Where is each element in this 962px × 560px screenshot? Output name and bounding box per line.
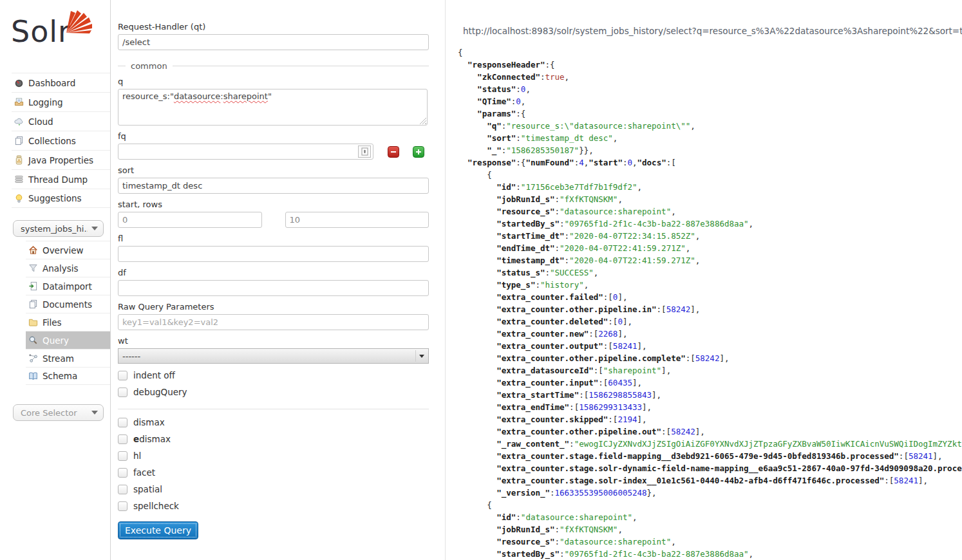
sidebar-item-label: Dashboard: [28, 78, 75, 88]
sidebar-item-collections[interactable]: Collections: [12, 131, 110, 150]
collections-icon: [14, 136, 24, 145]
indent-checkbox-row[interactable]: indent off: [118, 370, 429, 380]
sidebar-item-label: Logging: [28, 97, 63, 107]
core-item-label: Schema: [42, 371, 77, 381]
core-item-dataimport[interactable]: Dataimport: [26, 277, 110, 295]
wt-select[interactable]: ------: [118, 348, 429, 364]
sort-input[interactable]: [118, 178, 429, 194]
core-item-label: Query: [42, 335, 69, 346]
sidebar-item-label: Collections: [28, 136, 76, 146]
debugquery-checkbox-row[interactable]: debugQuery: [118, 387, 429, 397]
java-properties-icon: [14, 155, 24, 165]
rows-input[interactable]: [285, 212, 429, 228]
core-item-schema[interactable]: Schema: [26, 367, 110, 385]
core-selector-dropdown[interactable]: system_jobs_hi...: [13, 220, 104, 237]
cloud-icon: [14, 117, 24, 126]
hl-checkbox[interactable]: [118, 451, 127, 461]
request-handler-label: Request-Handler (qt): [118, 22, 429, 32]
spatial-checkbox[interactable]: [118, 485, 127, 494]
core-item-stream[interactable]: Stream: [26, 349, 110, 367]
facet-checkbox-row[interactable]: facet: [118, 467, 429, 478]
solr-logo-text: Solr: [11, 14, 71, 49]
sidebar-item-cloud[interactable]: Cloud: [12, 111, 110, 131]
spatial-checkbox-row[interactable]: spatial: [118, 484, 429, 494]
dismax-checkbox-row[interactable]: dismax: [118, 417, 429, 427]
wt-label: wt: [118, 336, 429, 346]
json-response: { "responseHeader":{ "zkConnected":true,…: [458, 46, 962, 560]
indent-label: indent off: [133, 370, 175, 380]
core-selector-placeholder: Core Selector: [21, 408, 88, 418]
edismax-label: edismax: [133, 434, 171, 444]
debugquery-label: debugQuery: [133, 387, 187, 397]
core-selector-value: system_jobs_hi...: [21, 224, 88, 234]
fq-input[interactable]: [118, 144, 373, 160]
solr-sunburst-icon: [63, 8, 94, 37]
sidebar-item-logging[interactable]: Logging: [12, 92, 110, 111]
hl-label: hl: [133, 451, 141, 461]
schema-icon: [28, 371, 38, 381]
chevron-down-icon: [419, 355, 424, 358]
raw-query-label: Raw Query Parameters: [118, 302, 429, 312]
thread-dump-icon: [14, 174, 24, 184]
core-item-files[interactable]: Files: [26, 313, 110, 331]
core-item-label: Overview: [42, 245, 84, 256]
documents-icon: [28, 299, 38, 309]
dismax-label: dismax: [133, 417, 165, 427]
sidebar-item-label: Cloud: [28, 117, 53, 127]
debugquery-checkbox[interactable]: [118, 387, 127, 397]
dismax-checkbox[interactable]: [118, 418, 127, 427]
facet-checkbox[interactable]: [118, 468, 127, 478]
options-divider: [118, 409, 429, 409]
fq-field-icon[interactable]: [358, 145, 371, 158]
core-item-label: Analysis: [42, 263, 79, 274]
sidebar: Solr Dashboard Logging Cloud: [0, 0, 111, 560]
overview-icon: [28, 245, 38, 255]
sidebar-item-java-properties[interactable]: Java Properties: [12, 150, 110, 169]
remove-fq-button[interactable]: [388, 146, 399, 158]
core-item-query[interactable]: Query: [26, 331, 110, 349]
q-label: q: [118, 77, 429, 86]
df-input[interactable]: [118, 280, 429, 296]
sidebar-item-dashboard[interactable]: Dashboard: [12, 73, 110, 92]
start-rows-label: start, rows: [118, 200, 429, 209]
spellcheck-checkbox[interactable]: [118, 501, 127, 511]
start-input[interactable]: [118, 212, 262, 228]
fq-label: fq: [118, 131, 429, 141]
request-handler-input[interactable]: [118, 34, 429, 50]
analysis-icon: [28, 263, 38, 273]
df-label: df: [118, 268, 429, 277]
sidebar-item-suggestions[interactable]: Suggestions: [12, 189, 110, 208]
edismax-checkbox[interactable]: [118, 434, 127, 444]
main-menu: Dashboard Logging Cloud Collections Java…: [12, 73, 110, 208]
second-core-selector-dropdown[interactable]: Core Selector: [13, 404, 104, 421]
core-item-label: Documents: [42, 299, 92, 310]
core-item-overview[interactable]: Overview: [26, 241, 110, 259]
edismax-checkbox-row[interactable]: edismax: [118, 434, 429, 444]
solr-logo: Solr: [0, 0, 110, 64]
add-fq-button[interactable]: [413, 146, 424, 158]
wt-selected-value: ------: [122, 351, 415, 361]
indent-checkbox[interactable]: [118, 371, 127, 380]
files-icon: [28, 317, 38, 327]
sidebar-item-label: Java Properties: [28, 155, 93, 165]
q-input[interactable]: resource_s:"datasource:sharepoint": [118, 89, 428, 126]
core-menu: Overview Analysis Dataimport Documents F…: [26, 241, 110, 385]
sort-label: sort: [118, 165, 429, 175]
sidebar-item-thread-dump[interactable]: Thread Dump: [12, 169, 110, 189]
stream-icon: [28, 353, 38, 363]
core-item-documents[interactable]: Documents: [26, 295, 110, 313]
chevron-down-icon: [91, 227, 98, 230]
core-item-analysis[interactable]: Analysis: [26, 259, 110, 277]
execute-query-button[interactable]: Execute Query: [118, 521, 198, 539]
logging-icon: [14, 97, 24, 107]
sidebar-item-label: Thread Dump: [28, 174, 88, 185]
spellcheck-checkbox-row[interactable]: spellcheck: [118, 501, 429, 511]
dataimport-icon: [28, 281, 38, 291]
chevron-down-icon: [91, 411, 98, 415]
fl-input[interactable]: [118, 246, 429, 262]
hl-checkbox-row[interactable]: hl: [118, 451, 429, 461]
spellcheck-label: spellcheck: [133, 501, 179, 511]
spatial-label: spatial: [133, 484, 162, 494]
query-url-link[interactable]: http://localhost:8983/solr/system_jobs_h…: [458, 26, 962, 36]
raw-query-input[interactable]: [118, 314, 429, 330]
